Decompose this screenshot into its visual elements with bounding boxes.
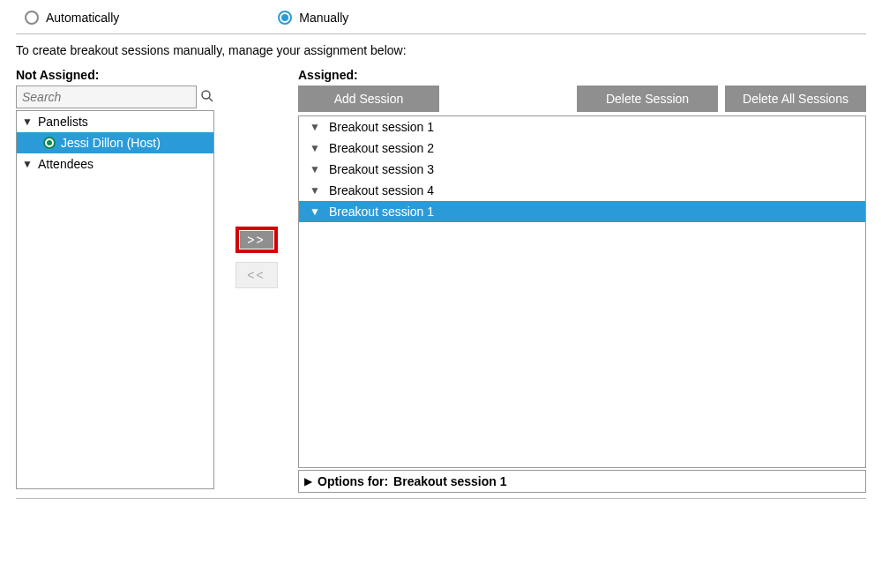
search-icon[interactable]: [200, 89, 214, 106]
mode-automatically-radio[interactable]: Automatically: [25, 11, 119, 25]
attendees-label: Attendees: [38, 157, 93, 171]
session-row[interactable]: ▼Breakout session 2: [299, 138, 865, 159]
presence-icon: [43, 137, 56, 149]
session-label: Breakout session 4: [329, 183, 434, 197]
not-assigned-title: Not Assigned:: [16, 68, 214, 82]
session-row[interactable]: ▼Breakout session 4: [299, 180, 865, 201]
session-label: Breakout session 1: [329, 120, 434, 134]
panelist-name: Jessi Dillon (Host): [61, 136, 161, 150]
assign-button[interactable]: >>: [235, 227, 278, 253]
panelists-group[interactable]: ▼ Panelists: [17, 111, 213, 132]
session-label: Breakout session 2: [329, 141, 434, 155]
delete-session-button[interactable]: Delete Session: [577, 86, 718, 112]
radio-icon: [278, 11, 292, 25]
chevron-down-icon: ▼: [22, 158, 33, 170]
divider: [16, 498, 866, 499]
panelist-item[interactable]: Jessi Dillon (Host): [17, 132, 213, 153]
unassign-button[interactable]: <<: [235, 262, 278, 288]
search-input[interactable]: [16, 86, 197, 108]
mode-manually-label: Manually: [299, 11, 348, 25]
session-row[interactable]: ▼Breakout session 1: [299, 201, 865, 222]
chevron-down-icon: ▼: [22, 115, 33, 128]
attendees-group[interactable]: ▼ Attendees: [17, 153, 213, 175]
not-assigned-list[interactable]: ▼ Panelists Jessi Dillon (Host) ▼ Attend…: [16, 110, 214, 489]
mode-automatically-label: Automatically: [46, 11, 119, 25]
chevron-down-icon: ▼: [310, 205, 320, 218]
divider: [16, 33, 866, 34]
chevron-left-double-icon: <<: [247, 268, 265, 282]
instruction-text: To create breakout sessions manually, ma…: [16, 43, 866, 57]
chevron-down-icon: ▼: [310, 121, 320, 133]
panelists-label: Panelists: [38, 115, 88, 129]
mode-manually-radio[interactable]: Manually: [278, 11, 348, 25]
svg-line-1: [209, 98, 213, 101]
add-session-button[interactable]: Add Session: [298, 86, 439, 112]
assigned-list[interactable]: ▼Breakout session 1 ▼Breakout session 2 …: [298, 115, 866, 468]
radio-icon: [25, 11, 39, 25]
session-row[interactable]: ▼Breakout session 3: [299, 159, 865, 180]
svg-point-0: [202, 91, 210, 99]
session-label: Breakout session 1: [329, 205, 434, 219]
chevron-right-icon: ▶: [304, 475, 312, 488]
session-label: Breakout session 3: [329, 162, 434, 176]
session-row[interactable]: ▼Breakout session 1: [299, 116, 865, 138]
chevron-right-double-icon: >>: [247, 233, 265, 247]
options-for-toggle[interactable]: ▶ Options for: Breakout session 1: [298, 470, 866, 493]
chevron-down-icon: ▼: [310, 142, 320, 154]
assigned-title: Assigned:: [298, 68, 866, 82]
options-prefix: Options for:: [318, 474, 388, 488]
options-target: Breakout session 1: [393, 474, 506, 488]
delete-all-sessions-button[interactable]: Delete All Sessions: [725, 86, 866, 112]
chevron-down-icon: ▼: [310, 184, 320, 197]
chevron-down-icon: ▼: [310, 163, 320, 175]
